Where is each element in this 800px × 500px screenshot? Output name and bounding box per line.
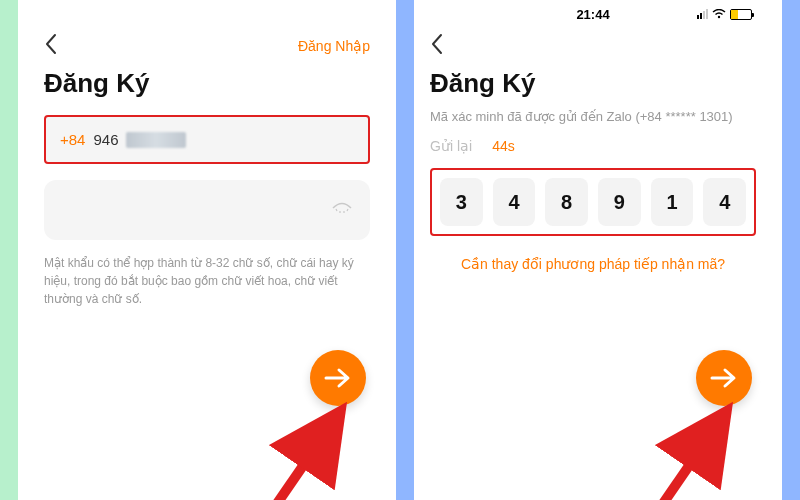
decorative-right-stripe	[782, 0, 800, 500]
next-button[interactable]	[310, 350, 366, 406]
status-bar	[44, 0, 370, 28]
resend-label: Gửi lại	[430, 138, 472, 154]
password-hint: Mật khẩu có thể hợp thành từ 8-32 chữ số…	[44, 254, 370, 308]
phone-prefix: 946	[93, 131, 118, 148]
chevron-left-icon	[44, 33, 58, 55]
decorative-mid-stripe	[396, 0, 414, 500]
page-title: Đăng Ký	[430, 68, 756, 99]
otp-input-group[interactable]: 3 4 8 9 1 4	[430, 168, 756, 236]
otp-cell[interactable]: 4	[703, 178, 746, 226]
back-button[interactable]	[430, 29, 448, 63]
screen-register-phone: Đăng Nhập Đăng Ký +84 946 Mật khẩu có th…	[28, 0, 386, 500]
wifi-icon	[712, 9, 726, 19]
change-method-link[interactable]: Cần thay đổi phương pháp tiếp nhận mã?	[430, 256, 756, 272]
spacer	[18, 0, 28, 500]
signal-icon	[697, 9, 708, 19]
phone-input-block[interactable]: +84 946	[44, 115, 370, 164]
status-time: 21:44	[576, 7, 609, 22]
password-input-block[interactable]	[44, 180, 370, 240]
next-button[interactable]	[696, 350, 752, 406]
spacer	[772, 0, 782, 500]
screen-verify-otp: 21:44 Đăng Ký Mã xác minh đã được gửi đế…	[414, 0, 772, 500]
spacer	[386, 0, 396, 500]
otp-cell[interactable]: 9	[598, 178, 641, 226]
eye-off-icon[interactable]	[332, 201, 352, 219]
login-link[interactable]: Đăng Nhập	[298, 38, 370, 54]
battery-icon	[730, 9, 752, 20]
otp-cell[interactable]: 3	[440, 178, 483, 226]
page-title: Đăng Ký	[44, 68, 370, 99]
chevron-left-icon	[430, 33, 444, 55]
svg-point-0	[718, 16, 720, 18]
otp-sent-message: Mã xác minh đã được gửi đến Zalo (+84 **…	[430, 109, 756, 124]
resend-countdown: 44s	[492, 138, 515, 154]
otp-cell[interactable]: 1	[651, 178, 694, 226]
decorative-left-stripe	[0, 0, 18, 500]
phone-redacted	[126, 132, 186, 148]
arrow-right-icon	[324, 366, 352, 390]
status-bar: 21:44	[430, 0, 756, 28]
otp-cell[interactable]: 8	[545, 178, 588, 226]
country-code[interactable]: +84	[60, 131, 85, 148]
back-button[interactable]	[44, 29, 62, 63]
arrow-right-icon	[710, 366, 738, 390]
otp-cell[interactable]: 4	[493, 178, 536, 226]
